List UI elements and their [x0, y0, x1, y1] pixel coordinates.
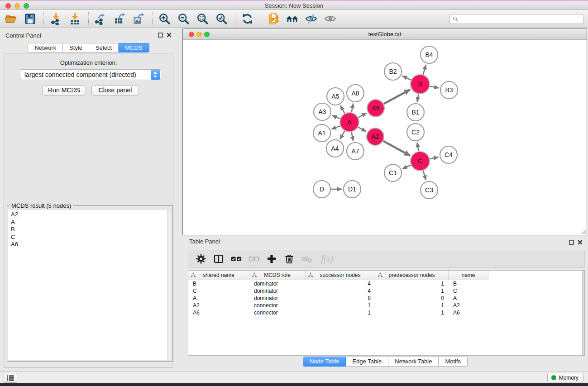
export-network-icon[interactable]: [93, 12, 108, 26]
svg-text:C4: C4: [445, 151, 453, 158]
column-header-mcds-role[interactable]: MCDS role: [249, 271, 306, 280]
network-minimize-button[interactable]: [196, 32, 202, 37]
function-builder-icon[interactable]: f(x): [321, 254, 334, 264]
node-A4[interactable]: A4: [326, 140, 344, 157]
network-close-button[interactable]: [189, 32, 194, 37]
table-row[interactable]: Cdominator41C: [188, 287, 584, 295]
node-A[interactable]: A: [340, 113, 359, 132]
edge-A-A3: [332, 115, 340, 119]
delete-table-icon[interactable]: [301, 253, 313, 265]
network-from-file-icon[interactable]: [266, 12, 280, 26]
show-graphics-details-icon[interactable]: [323, 12, 337, 26]
edge-A-A4: [340, 131, 344, 139]
mcds-result-item[interactable]: A6: [11, 241, 167, 248]
zoom-in-icon[interactable]: [157, 12, 172, 26]
column-header-successor-nodes[interactable]: successor nodes: [306, 271, 375, 280]
network-canvas[interactable]: A5A8A3A1A4A7AA6A2BB2B4B3B1C2CC4C1C3DD1: [183, 40, 587, 235]
node-C4[interactable]: C4: [440, 146, 457, 163]
node-C2[interactable]: C2: [407, 124, 424, 141]
tab-network[interactable]: Network: [28, 43, 63, 52]
hide-graphics-details-icon[interactable]: [304, 12, 318, 26]
mcds-result-item[interactable]: A: [11, 219, 167, 226]
search-input[interactable]: [459, 15, 583, 23]
table-scrollbar[interactable]: [582, 271, 584, 355]
column-header-predecessor-nodes[interactable]: predecessor nodes: [375, 271, 449, 280]
node-B1[interactable]: B1: [407, 104, 424, 121]
resize-grip-icon[interactable]: [580, 228, 586, 234]
main-toolbar-groups: [4, 12, 342, 26]
table-row[interactable]: Bdominator41B: [188, 280, 584, 287]
node-A5[interactable]: A5: [327, 88, 344, 105]
save-session-icon[interactable]: [23, 12, 37, 26]
tab-select[interactable]: Select: [89, 43, 119, 52]
add-column-icon[interactable]: [265, 253, 278, 265]
node-B[interactable]: B: [411, 75, 430, 94]
delete-column-icon[interactable]: [283, 253, 296, 265]
table-row[interactable]: A6connector11A6: [188, 309, 584, 316]
close-panel-icon[interactable]: [167, 33, 172, 38]
tab-edge-table[interactable]: Edge Table: [346, 357, 388, 367]
minimize-window-button[interactable]: [14, 3, 20, 9]
column-header-name[interactable]: name: [449, 271, 488, 280]
node-A2[interactable]: A2: [367, 128, 384, 145]
home-icon[interactable]: [285, 12, 299, 26]
tab-style[interactable]: Style: [63, 43, 89, 52]
show-panels-button[interactable]: [4, 373, 17, 383]
node-B2[interactable]: B2: [384, 63, 402, 80]
close-window-button[interactable]: [5, 3, 11, 9]
tab-motifs[interactable]: Motifs: [439, 357, 468, 367]
table-cell: A: [188, 295, 249, 302]
node-A6[interactable]: A6: [367, 100, 384, 117]
tab-network-table[interactable]: Network Table: [388, 357, 439, 367]
mcds-result-item[interactable]: A2: [11, 211, 167, 219]
export-table-icon[interactable]: [112, 12, 127, 26]
node-A7[interactable]: A7: [347, 143, 364, 160]
float-panel-icon[interactable]: [158, 33, 163, 38]
table-settings-icon[interactable]: [195, 253, 207, 265]
mcds-result-item[interactable]: C: [11, 234, 167, 241]
node-B4[interactable]: B4: [421, 46, 438, 63]
tab-node-table[interactable]: Node Table: [303, 357, 346, 367]
zoom-fit-icon[interactable]: [195, 12, 210, 26]
mcds-result-item[interactable]: B: [11, 226, 167, 234]
search-box[interactable]: [449, 14, 583, 24]
mcds-result-scrollbar[interactable]: [167, 210, 172, 360]
node-C1[interactable]: C1: [384, 164, 402, 181]
network-maximize-button[interactable]: [204, 32, 210, 37]
run-mcds-button[interactable]: Run MCDS: [42, 85, 86, 95]
node-A3[interactable]: A3: [314, 103, 331, 120]
node-B3[interactable]: B3: [440, 81, 458, 99]
split-panel-icon[interactable]: [212, 253, 225, 265]
float-table-panel-icon[interactable]: [569, 240, 574, 245]
shared-column-icon: [308, 272, 313, 278]
close-table-panel-icon[interactable]: [578, 240, 583, 245]
svg-text:A6: A6: [372, 105, 379, 112]
memory-button[interactable]: Memory: [547, 373, 583, 382]
export-image-icon[interactable]: [131, 12, 146, 26]
close-panel-button[interactable]: Close panel: [91, 85, 139, 95]
node-D1[interactable]: D1: [344, 181, 361, 198]
criterion-select[interactable]: largest connected component (directed): [20, 69, 161, 80]
node-A8[interactable]: A8: [347, 85, 364, 102]
tab-mcds[interactable]: MCDS: [119, 43, 149, 52]
apply-layout-icon[interactable]: [240, 12, 254, 26]
open-file-icon[interactable]: [4, 12, 18, 26]
select-all-icon[interactable]: [230, 253, 243, 265]
node-C3[interactable]: C3: [421, 181, 438, 199]
shared-column-icon: [252, 272, 257, 278]
network-window-titlebar: testGlobe.txt: [183, 29, 587, 40]
deselect-all-icon[interactable]: [248, 253, 260, 265]
maximize-window-button[interactable]: [24, 3, 29, 9]
node-A1[interactable]: A1: [313, 124, 330, 142]
table-row[interactable]: A2connector11A2: [188, 302, 584, 309]
import-table-icon[interactable]: [67, 12, 82, 26]
node-C[interactable]: C: [411, 152, 430, 171]
mcds-result-box: MCDS result (5 nodes) A2ABCA6: [7, 205, 173, 362]
column-header-shared-name[interactable]: shared name: [188, 271, 249, 280]
zoom-out-icon[interactable]: [176, 12, 191, 26]
import-network-icon[interactable]: [48, 12, 63, 26]
node-D[interactable]: D: [313, 181, 330, 198]
edge-B-B2: [402, 76, 411, 80]
table-row[interactable]: Adominator80A: [188, 295, 584, 302]
zoom-selected-icon[interactable]: [214, 12, 229, 26]
